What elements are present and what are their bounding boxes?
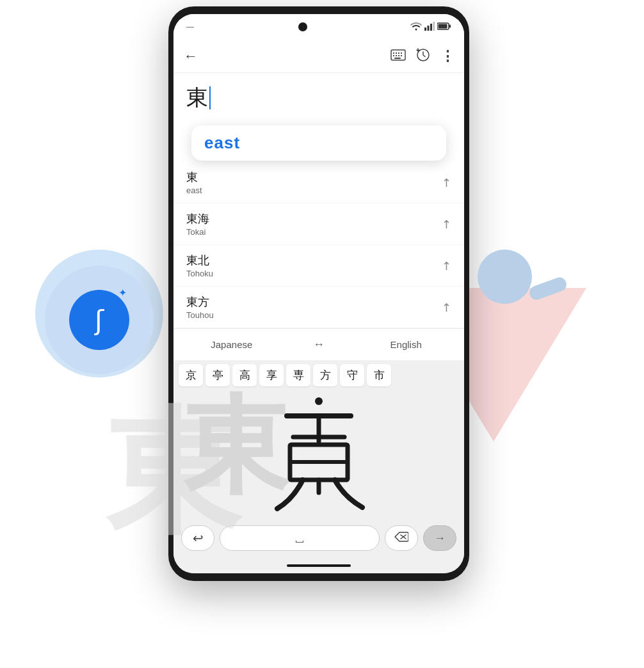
result-kanji-1: 東海	[186, 211, 209, 227]
bg-star-icon: ✦	[118, 287, 127, 299]
result-kanji-2: 東北	[186, 253, 213, 268]
status-icons	[410, 22, 451, 33]
lang-japanese[interactable]: Japanese	[173, 329, 290, 360]
input-area[interactable]: 東	[173, 73, 464, 125]
svg-rect-15	[401, 55, 402, 56]
battery-icon	[437, 22, 451, 32]
wifi-icon	[410, 22, 422, 33]
result-item-0[interactable]: 東 east ↗	[173, 162, 464, 203]
result-arrow-1: ↗	[438, 216, 455, 232]
suggestion-word: east	[204, 133, 240, 152]
svg-point-18	[315, 397, 323, 405]
char-pill-4[interactable]: 専	[286, 364, 310, 386]
result-arrow-3: ↗	[438, 299, 455, 315]
keyboard-icon[interactable]	[390, 49, 406, 63]
delete-icon	[394, 532, 408, 545]
result-arrow-0: ↗	[438, 174, 455, 191]
result-item-3[interactable]: 東方 Touhou ↗	[173, 287, 464, 328]
delete-button[interactable]	[385, 525, 418, 551]
result-romaji-2: Tohoku	[186, 269, 213, 278]
input-text: 東	[186, 83, 211, 113]
svg-rect-12	[393, 55, 394, 56]
svg-rect-6	[439, 24, 447, 28]
signal-icon	[424, 22, 435, 33]
result-romaji-3: Touhou	[186, 310, 214, 320]
svg-rect-11	[401, 52, 402, 54]
hw-drawn-char	[255, 394, 383, 515]
status-left: —	[186, 22, 195, 31]
more-options-icon[interactable]: ⋮	[440, 48, 454, 65]
result-romaji-1: Tokai	[186, 227, 209, 237]
app-bar: ←	[173, 40, 464, 73]
history-icon[interactable]	[416, 48, 430, 65]
lang-swap-icon[interactable]: ↔	[290, 338, 348, 351]
result-text-1: 東海 Tokai	[186, 211, 209, 237]
svg-rect-8	[393, 52, 394, 54]
bg-small-circle	[478, 250, 532, 304]
svg-rect-0	[424, 28, 426, 31]
result-text-3: 東方 Touhou	[186, 294, 214, 320]
svg-rect-14	[398, 55, 399, 56]
result-romaji-0: east	[186, 186, 202, 195]
text-cursor	[209, 86, 211, 109]
result-kanji-3: 東方	[186, 294, 214, 310]
space-icon: ⎵	[296, 531, 303, 546]
svg-rect-9	[396, 52, 397, 54]
back-button[interactable]: ←	[184, 48, 198, 65]
language-toggle: Japanese ↔ English	[173, 328, 464, 360]
next-button[interactable]: →	[423, 525, 456, 551]
char-pill-6[interactable]: 守	[340, 364, 364, 386]
result-text-2: 東北 Tohoku	[186, 253, 213, 278]
camera-dot	[298, 22, 307, 31]
char-pill-7[interactable]: 市	[367, 364, 391, 386]
svg-rect-5	[449, 24, 451, 28]
lang-english[interactable]: English	[348, 329, 464, 360]
scene: ʃ ✦ 東 —	[0, 0, 644, 668]
svg-rect-1	[428, 26, 430, 31]
bg-kanji-watermark: 東	[106, 384, 240, 565]
result-item-2[interactable]: 東北 Tohoku ↗	[173, 245, 464, 287]
result-arrow-2: ↗	[438, 257, 455, 274]
next-icon: →	[434, 532, 446, 545]
char-pill-3[interactable]: 享	[259, 364, 284, 386]
bg-circle-inner: ʃ	[69, 290, 129, 350]
svg-rect-13	[396, 55, 397, 56]
svg-rect-2	[430, 24, 432, 31]
char-pill-0[interactable]: 京	[179, 364, 203, 386]
app-bar-right: ⋮	[390, 48, 454, 65]
status-bar: —	[173, 14, 464, 40]
char-pill-1[interactable]: 亭	[205, 364, 230, 386]
suggestion-panel: east	[191, 125, 446, 161]
search-results: 東 east ↗ 東海 Tokai ↗ 東北 Tohoku	[173, 162, 464, 328]
svg-rect-10	[398, 52, 399, 54]
bg-handwriting-icon: ʃ	[95, 305, 104, 336]
app-bar-left: ←	[184, 48, 198, 65]
svg-rect-3	[433, 22, 435, 31]
result-item-1[interactable]: 東海 Tokai ↗	[173, 203, 464, 245]
space-button[interactable]: ⎵	[220, 525, 380, 551]
result-kanji-0: 東	[186, 170, 202, 185]
char-pill-5[interactable]: 方	[313, 364, 337, 386]
char-pill-2[interactable]: 高	[232, 364, 257, 386]
result-text-0: 東 east	[186, 170, 202, 195]
svg-rect-16	[394, 58, 401, 59]
home-bar	[287, 564, 351, 567]
